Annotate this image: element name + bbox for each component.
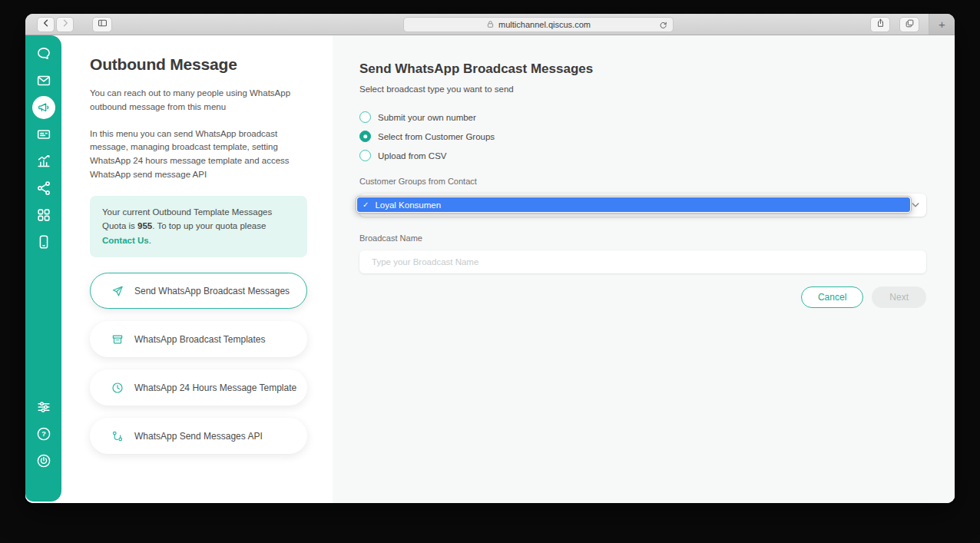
- share-icon: [876, 18, 886, 31]
- cancel-button[interactable]: Cancel: [801, 286, 863, 308]
- menu-item-label: WhatsApp 24 Hours Message Template: [134, 382, 296, 393]
- broadcast-template-icon: [111, 333, 124, 346]
- sidebar-item-integration[interactable]: [35, 179, 53, 197]
- new-tab-button[interactable]: +: [929, 14, 955, 35]
- clock-icon: [111, 381, 124, 395]
- tabs-icon: [905, 18, 915, 31]
- radio-customer-groups[interactable]: Select from Customer Groups: [359, 131, 926, 142]
- padlock-icon: [486, 20, 495, 30]
- tab-overview-button[interactable]: [899, 17, 919, 32]
- sidebar-toggle-button[interactable]: [92, 17, 112, 32]
- reload-icon[interactable]: [658, 20, 668, 31]
- panel-description: In this menu you can send WhatsApp broad…: [90, 127, 307, 182]
- radio-circle-checked[interactable]: [359, 131, 371, 142]
- menu-item-label: WhatsApp Broadcast Templates: [134, 334, 266, 345]
- customer-groups-select[interactable]: ✓ Loyal Konsumen: [359, 194, 926, 217]
- app-sidebar: ?: [25, 35, 61, 502]
- api-icon: [111, 429, 124, 443]
- sidebar-item-analytics[interactable]: [35, 152, 53, 171]
- sidebar-item-logout[interactable]: [35, 452, 53, 470]
- customer-groups-label: Customer Groups from Contact: [359, 177, 926, 186]
- radio-circle[interactable]: [359, 150, 371, 161]
- menu-item-send-api[interactable]: WhatsApp Send Messages API: [90, 418, 307, 454]
- chevron-right-icon: [60, 18, 71, 31]
- radio-label: Submit your own number: [378, 113, 476, 122]
- menu-item-label: WhatsApp Send Messages API: [134, 431, 263, 442]
- sidebar-toggle-icon: [97, 18, 108, 31]
- quota-text-3: .: [149, 236, 151, 245]
- share-nodes-icon: [35, 180, 52, 197]
- power-icon: [35, 452, 52, 469]
- panel-intro: You can reach out to many people using W…: [90, 87, 307, 114]
- radio-upload-csv[interactable]: Upload from CSV: [359, 150, 926, 161]
- radio-circle[interactable]: [359, 111, 371, 123]
- sidebar-item-mobile[interactable]: [35, 233, 53, 251]
- plus-icon: +: [939, 18, 945, 31]
- address-bar[interactable]: multichannel.qiscus.com: [403, 17, 674, 32]
- menu-item-24h-template[interactable]: WhatsApp 24 Hours Message Template: [90, 369, 307, 406]
- desktop-background: multichannel.qiscus.com: [0, 0, 980, 543]
- selected-group-text: Loyal Konsumen: [375, 200, 441, 210]
- outbound-menu: Send WhatsApp Broadcast Messages WhatsAp…: [90, 273, 307, 454]
- url-text: multichannel.qiscus.com: [498, 20, 591, 29]
- quota-text-2: . To top up your quota please: [152, 221, 266, 230]
- help-icon: ?: [35, 425, 52, 442]
- contact-us-link[interactable]: Contact Us: [102, 236, 149, 245]
- apps-grid-icon: [35, 207, 52, 223]
- radio-submit-own-number[interactable]: Submit your own number: [359, 111, 926, 123]
- browser-window: multichannel.qiscus.com: [25, 14, 955, 503]
- outbound-message-panel: Outbound Message You can reach out to ma…: [61, 35, 333, 503]
- quota-notice: Your current Outbound Template Messages …: [90, 196, 307, 257]
- sidebar-item-qiscus-logo[interactable]: [35, 45, 53, 63]
- check-icon: ✓: [363, 200, 369, 209]
- form-title: Send WhatsApp Broadcast Messages: [359, 61, 926, 77]
- megaphone-icon: [37, 101, 51, 114]
- chevron-down-icon: [912, 203, 919, 208]
- share-button[interactable]: [870, 17, 890, 32]
- radio-label: Upload from CSV: [378, 151, 446, 161]
- panel-title: Outbound Message: [90, 55, 307, 74]
- back-button[interactable]: [37, 17, 55, 32]
- sidebar-bottom-group: ?: [35, 398, 53, 502]
- forward-button[interactable]: [56, 17, 74, 32]
- page-content: ? Outbound Message You can reach out to …: [25, 35, 955, 503]
- menu-item-send-broadcast[interactable]: Send WhatsApp Broadcast Messages: [90, 273, 307, 309]
- menu-item-broadcast-templates[interactable]: WhatsApp Broadcast Templates: [90, 321, 307, 357]
- chevron-left-icon: [41, 18, 51, 31]
- nav-buttons: [37, 17, 74, 32]
- form-subtitle: Select broadcast type you want to send: [359, 84, 926, 94]
- id-card-icon: [35, 126, 52, 143]
- sidebar-item-settings[interactable]: [35, 398, 53, 416]
- select-open-popup: ✓ Loyal Konsumen: [356, 196, 912, 214]
- menu-item-label: Send WhatsApp Broadcast Messages: [134, 286, 290, 296]
- broadcast-name-label: Broadcast Name: [359, 233, 926, 243]
- form-actions: Cancel Next: [359, 286, 926, 308]
- sidebar-item-help[interactable]: ?: [35, 425, 53, 443]
- analytics-icon: [35, 153, 52, 170]
- select-option-loyal-konsumen[interactable]: ✓ Loyal Konsumen: [357, 197, 910, 212]
- broadcast-name-input[interactable]: [359, 250, 926, 273]
- paper-plane-icon: [111, 284, 124, 298]
- mail-icon: [35, 72, 52, 89]
- browser-toolbar: multichannel.qiscus.com: [25, 14, 955, 35]
- qiscus-logo: [35, 45, 52, 62]
- broadcast-type-group: Submit your own number Select from Custo…: [359, 111, 926, 161]
- sidebar-item-contacts[interactable]: [35, 125, 53, 144]
- next-button[interactable]: Next: [872, 286, 926, 308]
- broadcast-form: Send WhatsApp Broadcast Messages Select …: [333, 35, 955, 503]
- svg-text:?: ?: [41, 429, 46, 438]
- radio-label: Select from Customer Groups: [378, 132, 495, 141]
- sidebar-item-outbound-message[interactable]: [32, 96, 55, 119]
- sliders-icon: [35, 399, 52, 416]
- mobile-icon: [35, 233, 52, 250]
- sidebar-item-apps[interactable]: [35, 206, 53, 224]
- toolbar-right-buttons: +: [870, 14, 955, 35]
- sidebar-item-inbox[interactable]: [35, 71, 53, 90]
- quota-value: 955: [137, 221, 152, 230]
